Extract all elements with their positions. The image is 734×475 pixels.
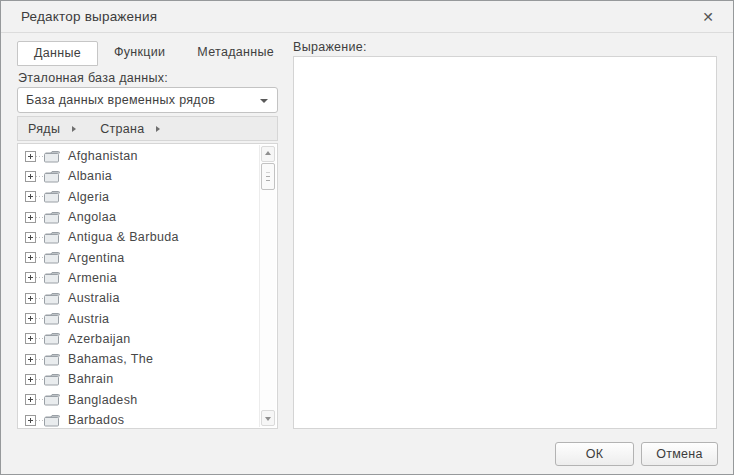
dialog-title: Редактор выражения (21, 9, 157, 24)
folder-icon (44, 414, 60, 427)
tree-row[interactable]: Bahrain (18, 369, 259, 389)
breadcrumb-arrow-icon[interactable] (72, 126, 76, 132)
folder-icon (44, 332, 60, 345)
tree-item-label: Angolaa (68, 210, 116, 224)
tree-row[interactable]: Angolaa (18, 207, 259, 227)
tree-connector (36, 156, 44, 157)
tree-connector (36, 359, 44, 360)
folder-icon (44, 251, 60, 264)
expand-plus-icon[interactable] (25, 252, 36, 263)
tree-row[interactable]: Bangladesh (18, 390, 259, 410)
breadcrumb-item[interactable]: Страна (90, 122, 150, 136)
folder-icon (44, 271, 60, 284)
tree-row[interactable]: Armenia (18, 268, 259, 288)
expand-plus-icon[interactable] (25, 191, 36, 202)
tab-data[interactable]: Данные (17, 41, 98, 66)
tree-connector (36, 298, 44, 299)
scroll-down-button[interactable] (261, 410, 275, 426)
tree-row[interactable]: Bahamas, The (18, 349, 259, 369)
tree-item-label: Antigua & Barbuda (68, 230, 179, 244)
tree-row[interactable]: Albania (18, 166, 259, 186)
expression-editor-dialog: Редактор выражения ✕ ДанныеФункцииМетада… (0, 0, 734, 475)
expand-plus-icon[interactable] (25, 313, 36, 324)
tree-row[interactable]: Australia (18, 288, 259, 308)
tree-connector (36, 399, 44, 400)
breadcrumb: РядыСтрана (17, 116, 278, 141)
folder-icon (44, 190, 60, 203)
tree-item-label: Afghanistan (68, 149, 138, 163)
tree-item-label: Armenia (68, 271, 117, 285)
tree-row[interactable]: Azerbaijan (18, 329, 259, 349)
tree-connector (36, 196, 44, 197)
folder-icon (44, 231, 60, 244)
tree-item-label: Bahrain (68, 372, 114, 386)
tab-functions[interactable]: Функции (98, 41, 181, 66)
tree-item-label: Bahamas, The (68, 352, 153, 366)
tree-connector (36, 217, 44, 218)
expand-plus-icon[interactable] (25, 333, 36, 344)
tree-connector (36, 277, 44, 278)
tree-item-label: Australia (68, 291, 120, 305)
chevron-down-icon (260, 99, 268, 103)
tree-scrollbar[interactable] (259, 145, 276, 427)
tree-connector (36, 420, 44, 421)
tree-row[interactable]: Antigua & Barbuda (18, 227, 259, 247)
tree-item-label: Austria (68, 312, 109, 326)
triangle-up-icon (265, 151, 271, 155)
expand-plus-icon[interactable] (25, 374, 36, 385)
breadcrumb-arrow-icon[interactable] (156, 126, 160, 132)
tree-item-label: Barbados (68, 413, 124, 427)
folder-icon (44, 150, 60, 163)
expand-plus-icon[interactable] (25, 232, 36, 243)
tree-rows: Afghanistan Albania Algeria Angolaa Anti… (18, 146, 259, 429)
tree-connector (36, 237, 44, 238)
folder-icon (44, 292, 60, 305)
database-label: Эталонная база данных: (18, 71, 168, 85)
cancel-button[interactable]: Отмена (641, 442, 718, 466)
tree-item-label: Albania (68, 169, 112, 183)
tree-connector (36, 257, 44, 258)
folder-icon (44, 211, 60, 224)
expand-plus-icon[interactable] (25, 394, 36, 405)
scroll-up-button[interactable] (261, 146, 275, 162)
tree-item-label: Argentina (68, 251, 125, 265)
tree-item-label: Azerbaijan (68, 332, 131, 346)
expand-plus-icon[interactable] (25, 151, 36, 162)
triangle-down-icon (265, 417, 271, 421)
title-bar: Редактор выражения ✕ (1, 1, 733, 33)
expand-plus-icon[interactable] (25, 293, 36, 304)
tree-connector (36, 379, 44, 380)
folder-icon (44, 170, 60, 183)
tree-row[interactable]: Algeria (18, 187, 259, 207)
database-dropdown-value: База данных временных рядов (26, 93, 215, 107)
tree-item-label: Algeria (68, 190, 109, 204)
expand-plus-icon[interactable] (25, 212, 36, 223)
expand-plus-icon[interactable] (25, 272, 36, 283)
tree-row[interactable]: Austria (18, 308, 259, 328)
tree-connector (36, 318, 44, 319)
country-tree-panel: Afghanistan Albania Algeria Angolaa Anti… (17, 143, 278, 429)
tab-strip: ДанныеФункцииМетаданные (17, 41, 290, 66)
expand-plus-icon[interactable] (25, 171, 36, 182)
tab-metadata[interactable]: Метаданные (181, 41, 290, 66)
ok-button[interactable]: ОК (555, 442, 634, 466)
folder-icon (44, 353, 60, 366)
thumb-grip-icon (266, 172, 270, 181)
folder-icon (44, 393, 60, 406)
expression-input[interactable] (293, 56, 717, 429)
expand-plus-icon[interactable] (25, 415, 36, 426)
tree-row[interactable]: Afghanistan (18, 146, 259, 166)
tree-connector (36, 176, 44, 177)
tree-row[interactable]: Argentina (18, 247, 259, 267)
scrollbar-thumb[interactable] (261, 163, 275, 190)
tree-connector (36, 338, 44, 339)
tree-item-label: Bangladesh (68, 393, 138, 407)
folder-icon (44, 373, 60, 386)
database-dropdown[interactable]: База данных временных рядов (17, 87, 278, 113)
folder-icon (44, 312, 60, 325)
expression-label: Выражение: (293, 40, 367, 54)
tree-row[interactable]: Barbados (18, 410, 259, 429)
close-icon[interactable]: ✕ (697, 6, 719, 28)
breadcrumb-item[interactable]: Ряды (18, 122, 66, 136)
expand-plus-icon[interactable] (25, 354, 36, 365)
